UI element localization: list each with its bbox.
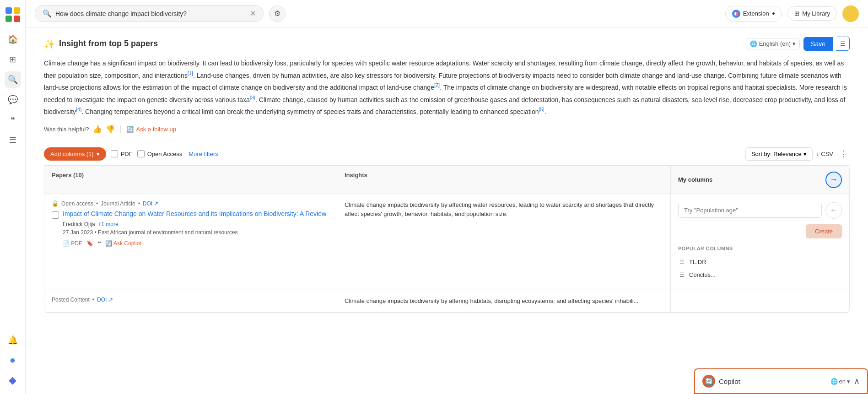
my-columns-title: My columns [678,176,712,183]
search-input[interactable]: How does climate change impact biodivers… [55,10,246,17]
language-label: English (en) [759,40,791,47]
copilot-right: 🌐 en ▾ ∧ [830,376,860,386]
thumbs-up-button[interactable]: 👍 [93,125,102,134]
chevron-down-icon: ▾ [803,151,807,157]
sidebar-item-grid[interactable]: ⊞ [5,51,21,68]
ref-3[interactable]: [3] [250,95,255,100]
insight-para: Climate change has a significant impact … [44,59,844,79]
paper-type: Journal Article [101,200,135,207]
sidebar-item-search[interactable]: 🔍 [5,71,21,88]
doi-link-1[interactable]: DOI ↗ [143,200,159,207]
cell-mycolumns-1: ← Create POPULAR COLUMNS ☰ TL:DR [671,194,849,290]
cell-paper-1: 🔓 Open access • Journal Article • DOI ↗ … [44,194,337,290]
sidebar-item-discord[interactable]: ◆ [5,372,21,389]
app-logo[interactable] [4,5,22,24]
clear-search-icon[interactable]: ✕ [250,9,256,18]
search-bar[interactable]: 🔍 How does climate change impact biodive… [35,5,264,22]
col-icon-conclusion: ☰ [678,271,685,279]
sort-button[interactable]: Sort by: Relevance ▾ [745,147,813,161]
close-copilot-button[interactable]: ∧ [854,376,860,386]
col-header-insights: Insights [337,166,671,194]
sidebar-item-home[interactable]: 🏠 [5,31,21,48]
chrome-icon [732,10,740,18]
filters-right: Sort by: Relevance ▾ ↓ CSV ⋮ [745,147,850,161]
user-avatar[interactable] [842,5,859,22]
copilot-left: 🔄 Copilot [702,375,740,388]
pdf-filter[interactable]: PDF [111,150,133,157]
copilot-icon-small: 🔄 [126,126,134,133]
content-area: ✨ Insight from top 5 papers 🌐 English (e… [26,27,868,394]
sidebar-item-list[interactable]: ☰ [5,132,21,148]
create-column-button[interactable]: Create [806,224,842,238]
svg-rect-1 [14,7,20,14]
extension-label: Extension [743,10,769,17]
ask-followup-label: Ask a follow up [136,126,176,133]
chevron-down-icon: ▾ [793,40,796,47]
doi-link-2[interactable]: DOI ↗ [97,297,113,303]
extension-button[interactable]: Extension + [725,6,782,22]
settings-button[interactable]: ⚙ [269,5,286,22]
save-button[interactable]: Save [803,37,833,51]
pdf-checkbox[interactable] [111,150,118,157]
download-icon: ↓ [816,151,819,157]
add-columns-label: Add columns (1) [50,151,94,157]
open-access-filter-label: Open Access [147,151,183,157]
popular-columns-title: POPULAR COLUMNS [678,246,842,251]
paper-select-checkbox-1[interactable] [52,211,59,219]
my-library-button[interactable]: ⊞ My Library [787,6,837,21]
globe-icon: 🌐 [830,378,838,385]
sidebar: 🏠 ⊞ 🔍 💬 ❝ ☰ 🔔 ● ◆ [0,0,26,394]
column-nav: → [825,172,842,188]
helpful-label: Was this helpful? [44,126,89,133]
my-columns-section: My columns → [678,172,842,188]
add-columns-button[interactable]: Add columns (1) ▾ [44,147,106,161]
insight-controls: 🌐 English (en) ▾ Save ☰ [746,37,850,51]
save-list-button[interactable]: ☰ [836,37,850,51]
copilot-bar: 🔄 Copilot 🌐 en ▾ ∧ [694,368,868,394]
thumbs-down-button[interactable]: 👎 [106,125,115,134]
sidebar-item-quote[interactable]: ❝ [5,112,21,128]
insight-text: Climate change has a significant impact … [44,58,850,118]
popular-col-conclusion[interactable]: ☰ Conclus... [678,269,842,281]
more-options-button[interactable]: ⋮ [837,147,850,160]
divider [120,125,121,133]
dot-separator: • [92,297,94,303]
my-columns-input-area: ← Create POPULAR COLUMNS ☰ TL:DR [678,200,842,283]
paper-date-1: 27 Jan 2023 • East African journal of en… [63,229,326,236]
svg-rect-0 [5,7,12,14]
pdf-button-1[interactable]: 📄 PDF [63,240,82,247]
sidebar-item-google[interactable]: ● [5,352,21,368]
sidebar-item-notifications[interactable]: 🔔 [5,332,21,348]
open-access-filter[interactable]: Open Access [137,150,183,157]
papers-table: Papers (10) Insights My columns → [44,166,850,313]
main-content: 🔍 How does climate change impact biodive… [26,0,868,394]
ref-1[interactable]: [1] [188,70,193,76]
copilot-lang-selector[interactable]: 🌐 en ▾ [830,378,850,385]
topbar-right: Extension + ⊞ My Library [725,5,859,22]
column-input[interactable] [678,203,822,218]
cite-button-1[interactable]: ❝ [98,240,101,247]
nav-right-button[interactable]: → [825,172,842,188]
paper-title-1[interactable]: Impact of Climate Change on Water Resour… [63,210,326,219]
chevron-down-icon: ▾ [847,378,850,385]
ref-2[interactable]: [2] [434,82,440,88]
paper-meta-2: Posted Content • DOI ↗ [52,297,329,303]
paper-authors-1: Fredrick Ojija +1 more [63,221,326,227]
popular-col-tldr[interactable]: ☰ TL:DR [678,256,842,269]
bookmark-button-1[interactable]: 🔖 [86,240,93,247]
ask-copilot-button-1[interactable]: 🔄 Ask Copilot [105,240,141,247]
ref-5[interactable]: [5] [539,107,544,112]
more-filters-button[interactable]: More filters [189,151,218,157]
open-access-checkbox[interactable] [137,150,145,157]
nav-left-button[interactable]: ← [825,202,842,219]
col-header-mycolumns: My columns → [671,166,849,194]
filters-bar: Add columns (1) ▾ PDF Open Access More f… [44,143,850,166]
dot-separator: • [138,200,140,207]
copilot-label: Copilot [719,378,740,385]
sort-label: Sort by: Relevance [751,151,802,157]
csv-button[interactable]: ↓ CSV [816,151,833,157]
sidebar-item-chat[interactable]: 💬 [5,92,21,108]
language-selector[interactable]: 🌐 English (en) ▾ [746,38,800,49]
ref-4[interactable]: [4] [76,107,81,112]
ask-followup-button[interactable]: 🔄 Ask a follow up [126,126,176,133]
